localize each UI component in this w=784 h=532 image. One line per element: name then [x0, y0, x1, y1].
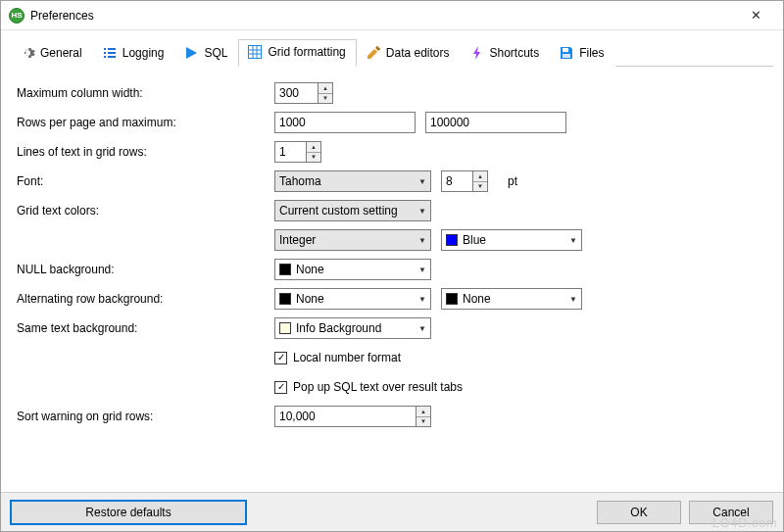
svg-rect-11 [563, 48, 568, 52]
restore-defaults-button[interactable]: Restore defaults [11, 501, 246, 524]
label-alternating: Alternating row background: [15, 292, 274, 306]
button-bar: Restore defaults OK Cancel [1, 492, 783, 531]
tab-label: Files [579, 46, 604, 60]
spinner-buttons[interactable]: ▲▼ [318, 82, 333, 104]
unit-pt: pt [508, 174, 517, 188]
sort-warning-input[interactable] [274, 406, 416, 427]
sort-warning-spinner[interactable]: ▲▼ [274, 406, 431, 427]
spinner-buttons[interactable]: ▲▼ [306, 141, 321, 163]
select-value: Tahoma [279, 174, 321, 188]
tab-label: Shortcuts [490, 46, 540, 60]
label-rows-per-page: Rows per page and maximum: [15, 116, 274, 129]
play-icon [183, 45, 199, 61]
svg-rect-4 [108, 52, 116, 54]
gear-icon [20, 45, 35, 61]
watermark: LO4D.com [712, 515, 777, 530]
tab-general[interactable]: General [11, 39, 93, 67]
svg-rect-5 [108, 56, 116, 58]
label-max-col-width: Maximum column width: [15, 86, 274, 100]
font-size-spinner[interactable]: ▲▼ [441, 170, 488, 192]
lines-of-text-input[interactable] [274, 141, 306, 163]
same-text-bg-select[interactable]: Info Background ▼ [274, 317, 431, 339]
label-null-bg: NULL background: [15, 263, 274, 276]
tab-label: General [40, 46, 82, 60]
tab-label: SQL [204, 46, 227, 60]
tab-data-editors[interactable]: Data editors [357, 39, 461, 67]
color-swatch [279, 293, 291, 305]
close-button[interactable]: ✕ [736, 8, 775, 23]
font-size-input[interactable] [441, 170, 472, 192]
chevron-down-icon: ▼ [418, 207, 426, 216]
data-type-select[interactable]: Integer ▼ [274, 229, 431, 251]
pencil-icon [366, 45, 381, 61]
font-name-select[interactable]: Tahoma ▼ [274, 170, 431, 192]
grid-icon [247, 44, 263, 60]
svg-rect-2 [104, 56, 106, 58]
select-value: None [463, 292, 491, 306]
popup-sql-checkbox[interactable]: ✓ Pop up SQL text over result tabs [274, 380, 463, 394]
app-icon: HS [9, 8, 24, 24]
text-color-mode-select[interactable]: Current custom setting ▼ [274, 200, 431, 221]
label-font: Font: [15, 174, 274, 188]
chevron-down-icon: ▼ [418, 236, 426, 245]
tab-label: Grid formatting [268, 45, 345, 59]
max-col-width-spinner[interactable]: ▲▼ [274, 82, 333, 104]
color-swatch [446, 293, 458, 305]
checkbox-label: Pop up SQL text over result tabs [293, 380, 463, 394]
svg-rect-3 [108, 48, 116, 50]
alt-bg-1-select[interactable]: None ▼ [274, 288, 431, 310]
select-value: Current custom setting [279, 204, 398, 218]
svg-rect-1 [104, 52, 106, 54]
chevron-down-icon: ▼ [418, 324, 426, 333]
tabstrip: General Logging SQL Grid formatting Data… [11, 38, 773, 67]
form-area: Maximum column width: ▲▼ Rows per page a… [11, 67, 773, 492]
select-value: None [296, 292, 324, 306]
checkbox-box: ✓ [274, 352, 287, 364]
color-swatch [446, 234, 458, 246]
save-icon [559, 45, 574, 61]
lines-of-text-spinner[interactable]: ▲▼ [274, 141, 321, 163]
label-sort-warning: Sort warning on grid rows: [15, 410, 274, 423]
checkbox-box: ✓ [274, 381, 287, 394]
alt-bg-2-select[interactable]: None ▼ [441, 288, 582, 310]
label-lines-of-text: Lines of text in grid rows: [15, 145, 274, 159]
spinner-buttons[interactable]: ▲▼ [472, 170, 488, 192]
tab-logging[interactable]: Logging [93, 39, 175, 67]
svg-rect-12 [563, 54, 570, 58]
window-title: Preferences [30, 9, 94, 23]
chevron-down-icon: ▼ [418, 177, 426, 186]
label-same-text-bg: Same text background: [15, 321, 274, 335]
rows-per-page-input[interactable] [274, 112, 416, 133]
tab-shortcuts[interactable]: Shortcuts [461, 39, 551, 67]
rows-maximum-input[interactable] [425, 112, 566, 133]
color-swatch [279, 322, 291, 334]
tab-label: Logging [122, 46, 165, 60]
chevron-down-icon: ▼ [418, 266, 426, 274]
chevron-down-icon: ▼ [569, 295, 577, 304]
data-type-color-select[interactable]: Blue ▼ [441, 229, 582, 251]
local-number-format-checkbox[interactable]: ✓ Local number format [274, 351, 401, 364]
tab-sql[interactable]: SQL [174, 39, 238, 67]
select-value: Integer [279, 233, 316, 247]
titlebar: HS Preferences ✕ [1, 1, 783, 30]
spinner-buttons[interactable]: ▲▼ [416, 406, 431, 427]
tab-grid-formatting[interactable]: Grid formatting [238, 39, 356, 67]
bolt-icon [469, 45, 485, 61]
svg-rect-6 [249, 46, 262, 59]
max-col-width-input[interactable] [274, 82, 318, 104]
select-value: None [296, 263, 324, 276]
ok-button[interactable]: OK [597, 501, 681, 524]
select-value: Blue [463, 233, 486, 247]
content-area: General Logging SQL Grid formatting Data… [1, 30, 783, 492]
label-grid-text-colors: Grid text colors: [15, 204, 274, 218]
null-bg-select[interactable]: None ▼ [274, 259, 431, 280]
color-swatch [279, 264, 291, 275]
select-value: Info Background [296, 321, 381, 335]
tab-files[interactable]: Files [550, 39, 614, 67]
tab-label: Data editors [386, 46, 450, 60]
list-icon [102, 45, 118, 61]
checkbox-label: Local number format [293, 351, 401, 364]
preferences-window: HS Preferences ✕ General Logging SQL Gri… [0, 0, 784, 532]
chevron-down-icon: ▼ [418, 295, 426, 304]
chevron-down-icon: ▼ [569, 236, 577, 245]
